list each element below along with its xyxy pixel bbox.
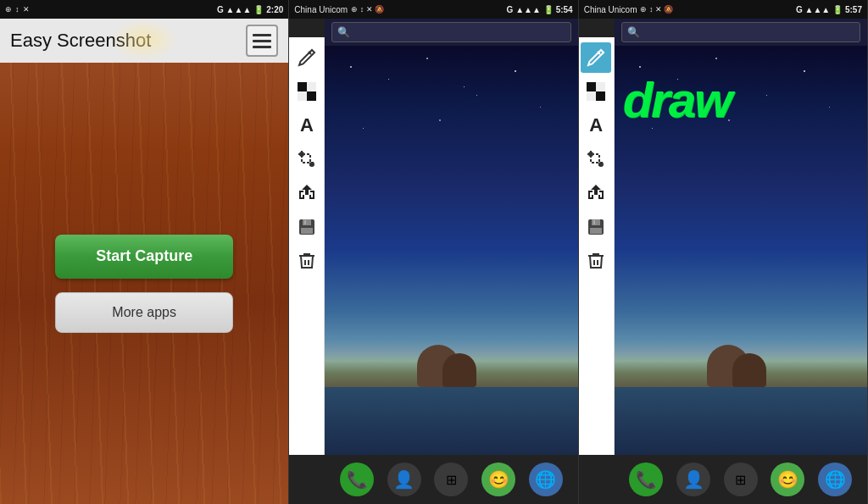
svg-point-7	[599, 163, 603, 166]
signal-2: G ▲▲▲ 🔋	[507, 5, 554, 14]
svg-rect-3	[303, 219, 311, 225]
app-title: Easy Screenshot	[10, 30, 151, 52]
draw-text-overlay: draw	[623, 71, 731, 128]
checker-c1	[298, 82, 307, 91]
search-input-2[interactable]: 🔍	[331, 22, 570, 42]
rocks-2	[400, 336, 502, 387]
trash-tool-btn-2[interactable]	[292, 246, 322, 276]
menu-line-2	[253, 40, 271, 42]
panel2-right: 🔍	[325, 19, 577, 504]
app-header: Easy Screenshot	[0, 19, 288, 63]
search-icon-2: 🔍	[337, 26, 350, 38]
bottom-dock-2: 📞 👤 ⊞ 😊 🌐	[325, 455, 577, 504]
dock-contacts-2[interactable]: 👤	[387, 462, 421, 496]
side-toolbar-3: A	[579, 37, 615, 455]
text-tool-icon-2: A	[300, 114, 314, 136]
share-tool-btn-3[interactable]	[581, 178, 611, 208]
status-right-3: G ▲▲▲ 🔋 5:57	[796, 5, 862, 14]
dock-phone-2[interactable]: 📞	[340, 462, 374, 496]
panel-main: ⊕ ↕ ✕ G ▲▲▲ 🔋 2:20 Easy Screenshot Start…	[0, 0, 289, 504]
carrier-3: China Unicom	[584, 5, 637, 14]
water-3	[615, 387, 867, 455]
checker-icon-2	[298, 82, 316, 101]
status-time-1: 2:20	[266, 5, 283, 14]
dock-contacts-3[interactable]: 👤	[676, 462, 710, 496]
text-tool-btn-2[interactable]: A	[292, 110, 322, 141]
rock2-2	[442, 353, 476, 387]
svg-rect-5	[304, 220, 306, 224]
panel-editor-1: China Unicom ⊕ ↕ ✕ 🔕 G ▲▲▲ 🔋 5:54	[289, 0, 578, 504]
svg-rect-11	[593, 220, 595, 224]
checker-icon-3	[587, 82, 605, 101]
menu-line-1	[253, 34, 271, 36]
svg-point-6	[589, 152, 593, 156]
status-icon-x: ✕	[23, 5, 30, 14]
status-bar-1: ⊕ ↕ ✕ G ▲▲▲ 🔋 2:20	[0, 0, 288, 19]
search-bar-2: 🔍	[325, 19, 577, 46]
search-input-3[interactable]: 🔍	[621, 22, 860, 42]
checker-tool-btn-3[interactable]	[581, 76, 611, 107]
trash-tool-btn-3[interactable]	[581, 246, 611, 276]
status-battery-1: 🔋	[253, 5, 264, 14]
dock-browser-3[interactable]: 🌐	[818, 462, 852, 496]
checker-c2	[307, 82, 316, 91]
status-icon-bt: ↕	[15, 5, 19, 14]
landscape-2	[325, 46, 577, 455]
status-bar-2: China Unicom ⊕ ↕ ✕ 🔕 G ▲▲▲ 🔋 5:54	[289, 0, 577, 19]
text-tool-icon-3: A	[589, 114, 603, 136]
dock-messages-3[interactable]: 😊	[771, 462, 804, 496]
rock2-3	[732, 353, 766, 387]
status-bar-3: China Unicom ⊕ ↕ ✕ 🔕 G ▲▲▲ 🔋 5:57	[579, 0, 867, 19]
carrier-2: China Unicom	[294, 5, 348, 14]
draw-tool-btn-2[interactable]	[292, 42, 322, 73]
panel2-content: A	[289, 19, 577, 504]
dock-apps-3[interactable]: ⊞	[724, 462, 758, 496]
status-left-3: China Unicom ⊕ ↕ ✕ 🔕	[584, 5, 674, 14]
panel3-content: A	[579, 19, 867, 504]
signal-3: G ▲▲▲ 🔋	[796, 5, 843, 14]
time-3: 5:57	[845, 5, 862, 14]
crop-tool-btn-3[interactable]	[581, 144, 611, 174]
svg-point-1	[310, 163, 314, 166]
status-right-2: G ▲▲▲ 🔋 5:54	[507, 5, 573, 14]
save-tool-btn-3[interactable]	[581, 212, 611, 242]
checker-c1-3	[587, 82, 596, 91]
menu-lines-icon	[253, 34, 271, 48]
status-icons-2: ⊕ ↕ ✕ 🔕	[351, 5, 384, 14]
svg-rect-9	[592, 219, 600, 225]
crop-tool-btn-2[interactable]	[292, 144, 322, 174]
status-signal-1: G ▲▲▲	[217, 5, 251, 14]
checker-tool-btn-2[interactable]	[292, 76, 322, 107]
menu-line-3	[253, 46, 271, 48]
share-tool-btn-2[interactable]	[292, 178, 322, 208]
checker-c4	[307, 91, 316, 101]
svg-rect-10	[590, 228, 602, 234]
water-2	[325, 387, 577, 455]
checker-c3	[298, 91, 307, 101]
svg-rect-4	[301, 228, 313, 234]
status-left-1: ⊕ ↕ ✕	[5, 5, 30, 14]
bottom-dock-3: 📞 👤 ⊞ 😊 🌐	[615, 455, 867, 504]
dock-messages-2[interactable]: 😊	[481, 462, 515, 496]
panel1-body: Start Capture More apps	[0, 63, 288, 504]
dock-browser-2[interactable]: 🌐	[529, 462, 563, 496]
status-icons-3: ⊕ ↕ ✕ 🔕	[640, 5, 673, 14]
more-apps-button[interactable]: More apps	[55, 292, 233, 333]
dock-phone-3[interactable]: 📞	[629, 462, 663, 496]
checker-c3-3	[587, 91, 596, 101]
side-toolbar-2: A	[289, 37, 325, 455]
draw-tool-btn-3[interactable]	[581, 42, 611, 73]
landscape-3: draw	[615, 46, 867, 455]
save-tool-btn-2[interactable]	[292, 212, 322, 242]
panel3-right: 🔍 draw	[615, 19, 867, 504]
start-capture-button[interactable]: Start Capture	[55, 235, 233, 279]
status-icon-wifi: ⊕	[5, 5, 12, 14]
dock-apps-2[interactable]: ⊞	[434, 462, 468, 496]
time-2: 5:54	[556, 5, 573, 14]
search-bar-3: 🔍	[615, 19, 867, 46]
svg-point-0	[300, 152, 303, 156]
menu-button[interactable]	[246, 25, 278, 57]
text-tool-btn-3[interactable]: A	[581, 110, 611, 141]
panel-editor-2: China Unicom ⊕ ↕ ✕ 🔕 G ▲▲▲ 🔋 5:57	[579, 0, 868, 504]
rocks-3	[690, 336, 792, 387]
